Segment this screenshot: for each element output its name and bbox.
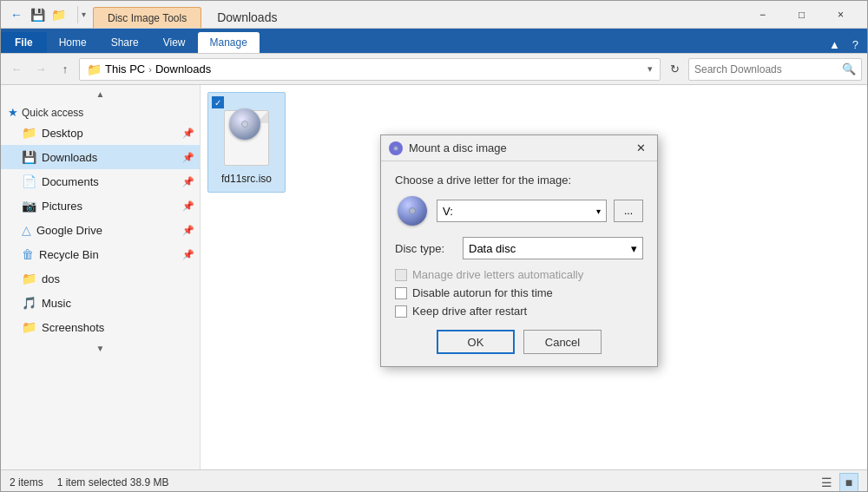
disable-autorun-checkbox[interactable] — [395, 287, 407, 299]
drive-letter-value: V: — [443, 205, 453, 218]
svg-point-2 — [395, 147, 398, 149]
modal-title-bar: Mount a disc image ✕ — [381, 135, 657, 161]
disc-type-row: Disc type: Data disc ▾ — [395, 237, 643, 259]
keep-drive-row[interactable]: Keep drive after restart — [395, 305, 643, 318]
modal-close-button[interactable]: ✕ — [631, 139, 650, 158]
modal-buttons: OK Cancel — [395, 330, 643, 354]
drive-more-button[interactable]: ... — [614, 200, 643, 222]
disc-type-select[interactable]: Data disc ▾ — [463, 237, 643, 259]
modal-overlay: Mount a disc image ✕ Choose a drive lett… — [0, 0, 868, 492]
keep-drive-label: Keep drive after restart — [412, 305, 527, 318]
drive-letter-select[interactable]: V: ▾ — [437, 200, 607, 222]
disc-drive-icon — [398, 196, 427, 226]
modal-title-text: Mount a disc image — [409, 141, 626, 154]
manage-auto-label: Manage drive letters automatically — [412, 268, 583, 281]
keep-drive-checkbox[interactable] — [395, 305, 407, 318]
disc-type-chevron-icon: ▾ — [631, 242, 637, 255]
ok-button[interactable]: OK — [437, 330, 515, 354]
disc-type-value: Data disc — [469, 242, 516, 255]
drive-row: V: ▾ ... — [395, 195, 643, 226]
drive-select-chevron-icon: ▾ — [596, 207, 601, 216]
disable-autorun-label: Disable autorun for this time — [412, 286, 553, 299]
disable-autorun-row[interactable]: Disable autorun for this time — [395, 286, 643, 299]
mount-disc-dialog: Mount a disc image ✕ Choose a drive lett… — [380, 134, 658, 367]
disc-type-label: Disc type: — [395, 242, 456, 255]
modal-body: Choose a drive letter for the image: V: … — [381, 161, 657, 366]
choose-drive-label: Choose a drive letter for the image: — [395, 174, 643, 187]
modal-title-icon — [388, 141, 404, 156]
manage-auto-checkbox — [395, 269, 407, 281]
manage-auto-row: Manage drive letters automatically — [395, 268, 643, 281]
drive-icon-container — [395, 195, 430, 226]
cancel-button[interactable]: Cancel — [523, 330, 602, 354]
